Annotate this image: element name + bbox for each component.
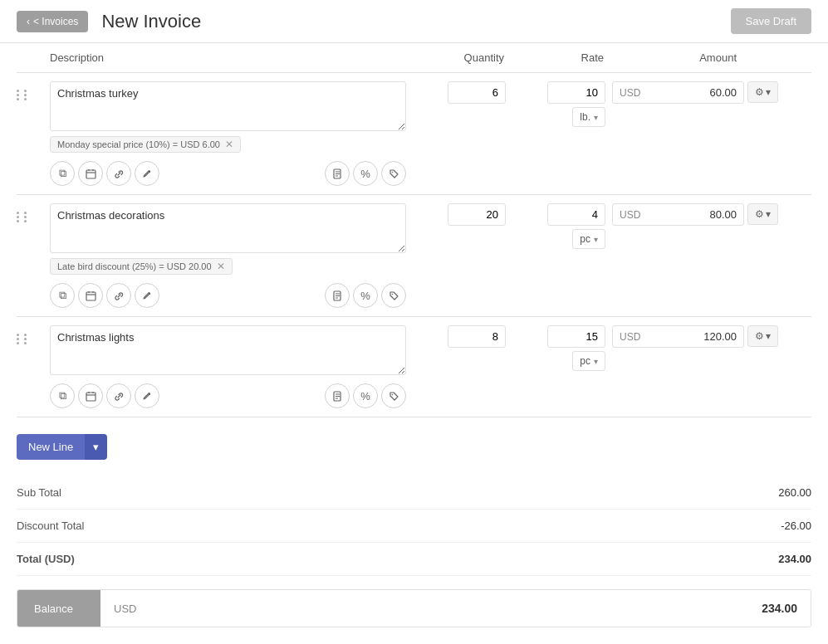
description-input[interactable]: Christmas decorations [50,203,406,253]
drag-dots [17,86,30,100]
rate-column: pc ▾ [512,325,612,371]
quantity-input[interactable] [448,81,506,104]
description-column: Christmas lights ⧉ [50,325,413,408]
drag-handle[interactable] [17,325,50,344]
line-settings-button[interactable]: ⚙ ▾ [747,325,778,347]
tag-button[interactable] [381,161,406,186]
rate-header: Rate [512,51,612,64]
sub-total-label: Sub Total [17,486,61,499]
total-label: Total (USD) [17,553,75,565]
document-button[interactable] [325,383,350,408]
drag-handle[interactable] [17,81,50,100]
discount-text: Monday special price (10%) = USD 6.00 [57,139,220,149]
amount-value: 80.00 [647,208,737,221]
back-button[interactable]: ‹ < Invoices [17,11,88,32]
totals-section: Sub Total 260.00 Discount Total -26.00 T… [17,476,811,627]
link-button[interactable] [106,383,131,408]
edit-button[interactable] [135,161,159,186]
balance-value: USD 234.00 [100,590,811,627]
action-icons: ⧉ [50,383,406,408]
edit-icon [142,391,153,402]
rate-column: pc ▾ [512,203,612,249]
document-button[interactable] [325,161,350,186]
description-header: Description [50,51,413,64]
unit-select[interactable]: pc ▾ [572,351,605,371]
document-icon [332,168,343,179]
quantity-header: Quantity [413,51,512,64]
percent-button[interactable]: % [353,383,378,408]
unit-select[interactable]: pc ▾ [572,229,605,249]
drag-handle[interactable] [17,203,50,222]
unit-value: pc [580,355,590,367]
new-line-dropdown-button[interactable]: ▾ [85,434,107,460]
save-draft-button[interactable]: Save Draft [731,8,811,34]
discount-text: Late bird discount (25%) = USD 20.00 [57,261,212,271]
settings-col-header [778,51,811,64]
gear-icon: ⚙ [755,86,764,98]
balance-amount: 234.00 [762,602,797,615]
drag-dots [17,208,30,222]
edit-icon [142,168,153,179]
svg-rect-18 [86,393,96,401]
svg-point-8 [391,171,393,173]
description-input[interactable]: Christmas lights [50,325,406,375]
rate-input[interactable] [547,325,605,348]
svg-point-17 [391,293,393,295]
copy-button[interactable]: ⧉ [50,383,75,408]
quantity-column [413,81,512,104]
copy-button[interactable]: ⧉ [50,161,75,186]
line-settings-button[interactable]: ⚙ ▾ [747,203,778,225]
remove-discount-button[interactable]: ✕ [217,261,225,271]
edit-button[interactable] [135,383,159,408]
total-row: Total (USD) 234.00 [17,543,811,576]
calendar-button[interactable] [78,383,103,408]
action-right: % [325,283,406,308]
action-icons: ⧉ [50,161,406,186]
tag-icon [389,168,399,179]
action-right: % [325,383,406,408]
rate-input[interactable] [547,203,605,226]
svg-rect-9 [86,292,96,300]
unit-select[interactable]: lb. ▾ [572,107,605,127]
discount-total-value: -26.00 [781,520,811,532]
svg-point-26 [391,393,393,395]
table-header: Description Quantity Rate Amount [17,43,811,73]
calendar-button[interactable] [78,283,103,308]
rate-input[interactable] [547,81,605,104]
amount-display: USD 60.00 [612,81,744,104]
quantity-input[interactable] [448,203,506,226]
balance-label: Balance [17,590,100,627]
document-button[interactable] [325,283,350,308]
percent-button[interactable]: % [353,161,378,186]
new-line-button[interactable]: New Line [17,434,85,460]
document-icon [332,290,343,301]
header: ‹ < Invoices New Invoice Save Draft [0,0,828,43]
gear-icon: ⚙ [755,330,764,342]
copy-button[interactable]: ⧉ [50,283,75,308]
header-left: ‹ < Invoices New Invoice [17,11,201,32]
discount-total-label: Discount Total [17,520,84,532]
page-title: New Invoice [101,11,201,32]
edit-button[interactable] [135,283,159,308]
link-icon [114,391,125,402]
balance-currency: USD [114,603,136,615]
gear-icon: ⚙ [755,208,764,220]
action-right: % [325,161,406,186]
line-settings-button[interactable]: ⚙ ▾ [747,81,778,103]
chevron-down-icon: ▾ [766,330,771,342]
percent-button[interactable]: % [353,283,378,308]
quantity-column [413,325,512,348]
calendar-button[interactable] [78,161,103,186]
tag-button[interactable] [381,383,406,408]
remove-discount-button[interactable]: ✕ [225,139,233,149]
discount-total-row: Discount Total -26.00 [17,510,811,543]
chevron-down-icon: ▾ [594,357,598,366]
link-icon [114,168,125,179]
tag-button[interactable] [381,283,406,308]
footer-section: New Line ▾ Sub Total 260.00 Discount Tot… [17,417,811,644]
link-button[interactable] [106,161,131,186]
description-input[interactable]: Christmas turkey [50,81,406,131]
quantity-input[interactable] [448,325,506,348]
chevron-down-icon: ▾ [594,235,598,244]
link-button[interactable] [106,283,131,308]
